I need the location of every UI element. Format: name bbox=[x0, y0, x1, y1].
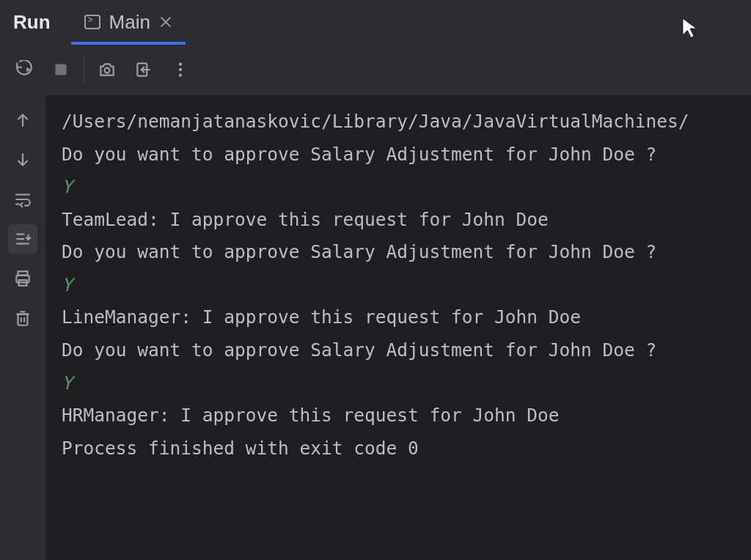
clear-button[interactable] bbox=[8, 303, 37, 333]
up-stack-button[interactable] bbox=[8, 106, 37, 135]
svg-point-5 bbox=[179, 68, 182, 71]
run-main: /Users/nemanjatanaskovic/Library/Java/Ja… bbox=[0, 95, 751, 560]
svg-rect-1 bbox=[55, 64, 66, 75]
screenshot-button[interactable] bbox=[89, 51, 125, 88]
console-input-line: Y bbox=[62, 367, 751, 400]
run-tabstrip: Run Main bbox=[0, 0, 751, 44]
console-gutter bbox=[0, 95, 45, 560]
toolbar-separator bbox=[84, 56, 84, 83]
run-toolbar bbox=[0, 44, 751, 95]
console-output-line: Do you want to approve Salary Adjustment… bbox=[62, 139, 751, 172]
console-output-line: Process finished with exit code 0 bbox=[62, 432, 751, 465]
svg-rect-10 bbox=[18, 314, 28, 325]
svg-point-6 bbox=[179, 73, 182, 76]
svg-point-2 bbox=[105, 68, 110, 73]
console-output-line: HRManager: I approve this request for Jo… bbox=[62, 399, 751, 432]
down-stack-button[interactable] bbox=[8, 145, 37, 174]
console-output-line: /Users/nemanjatanaskovic/Library/Java/Ja… bbox=[62, 106, 751, 139]
console-output-line: Do you want to approve Salary Adjustment… bbox=[62, 236, 751, 269]
close-icon[interactable] bbox=[159, 15, 172, 29]
more-button[interactable] bbox=[162, 51, 199, 88]
soft-wrap-button[interactable] bbox=[8, 185, 37, 214]
stop-button[interactable] bbox=[43, 51, 79, 88]
terminal-icon bbox=[84, 15, 100, 29]
scroll-to-end-button[interactable] bbox=[8, 224, 37, 254]
panel-title: Run bbox=[6, 11, 58, 34]
console-input-line: Y bbox=[62, 171, 751, 204]
rerun-button[interactable] bbox=[6, 51, 43, 88]
console-output-line: Do you want to approve Salary Adjustment… bbox=[62, 334, 751, 367]
svg-point-4 bbox=[179, 62, 182, 65]
console-output-line: LineManager: I approve this request for … bbox=[62, 301, 751, 334]
console-output[interactable]: /Users/nemanjatanaskovic/Library/Java/Ja… bbox=[45, 95, 751, 560]
print-button[interactable] bbox=[8, 264, 37, 293]
tab-main[interactable]: Main bbox=[76, 0, 181, 44]
exit-button[interactable] bbox=[125, 51, 162, 88]
tab-label: Main bbox=[109, 11, 150, 34]
console-input-line: Y bbox=[62, 269, 751, 302]
console-output-line: TeamLead: I approve this request for Joh… bbox=[62, 204, 751, 237]
